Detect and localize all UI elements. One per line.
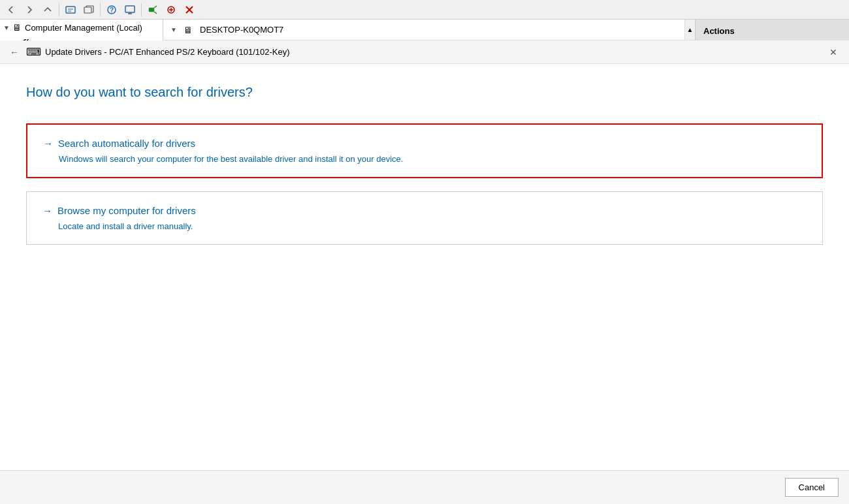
option2-description: Locate and install a driver manually.	[163, 221, 695, 231]
browse-button[interactable]	[80, 2, 97, 18]
desktop-icon: 🖥	[183, 25, 193, 35]
svg-line-7	[154, 12, 157, 14]
content-area: ▼ 🖥 DESKTOP-K0QMOT7 ▲ ▶ 🔊 Audio inputs a…	[163, 20, 695, 504]
modal-question: How do you want to search for drivers?	[163, 85, 695, 100]
toolbar: ?	[0, 0, 849, 20]
toolbar-separator-1	[59, 3, 59, 16]
modal-body: How do you want to search for drivers? →…	[163, 64, 695, 470]
scroll-up-button[interactable]: ▲	[684, 20, 695, 40]
option2-title: → Browse my computer for drivers	[163, 205, 695, 216]
show-button[interactable]	[62, 2, 79, 18]
up-button[interactable]	[39, 2, 56, 18]
svg-line-6	[154, 6, 157, 8]
svg-rect-1	[84, 7, 91, 13]
svg-rect-0	[66, 7, 75, 13]
toolbar-separator-2	[100, 3, 101, 16]
svg-rect-4	[125, 6, 135, 12]
disconnect-button[interactable]	[144, 2, 161, 18]
modal-header: ← ⌨ Update Drivers - PC/AT Enhanced PS/2…	[163, 40, 695, 64]
svg-text:?: ?	[110, 7, 114, 14]
modal-title: ⌨ Update Drivers - PC/AT Enhanced PS/2 K…	[163, 46, 290, 58]
option1-title: → Search automatically for drivers	[163, 138, 695, 149]
svg-rect-5	[149, 8, 154, 12]
help-button[interactable]: ?	[103, 2, 120, 18]
sidebar-item-root[interactable]: ▼ 🖥 Computer Management (Local)	[0, 20, 163, 35]
device-tree-bar: ▼ 🖥 DESKTOP-K0QMOT7 ▲	[163, 20, 695, 40]
modal-footer: Cancel	[163, 470, 695, 504]
delete-button[interactable]	[181, 2, 198, 18]
computer-icon: 🖥	[12, 22, 22, 33]
modal: ← ⌨ Update Drivers - PC/AT Enhanced PS/2…	[163, 40, 695, 504]
add-button[interactable]	[163, 2, 180, 18]
forward-button[interactable]	[21, 2, 38, 18]
browse-computer-option[interactable]: → Browse my computer for drivers Locate …	[163, 191, 695, 245]
toolbar-separator-3	[141, 3, 142, 16]
monitor-button[interactable]	[121, 2, 138, 18]
computer-name: DESKTOP-K0QMOT7	[200, 25, 283, 35]
root-label: Computer Management (Local)	[25, 23, 142, 33]
back-button[interactable]	[3, 2, 20, 18]
search-automatically-option[interactable]: → Search automatically for drivers Windo…	[163, 123, 695, 178]
desktop-expand-icon: ▼	[168, 25, 179, 35]
root-expand-icon: ▼	[1, 22, 12, 33]
option1-description: Windows will search your computer for th…	[163, 154, 695, 164]
right-panel-header: Actions	[696, 20, 849, 43]
